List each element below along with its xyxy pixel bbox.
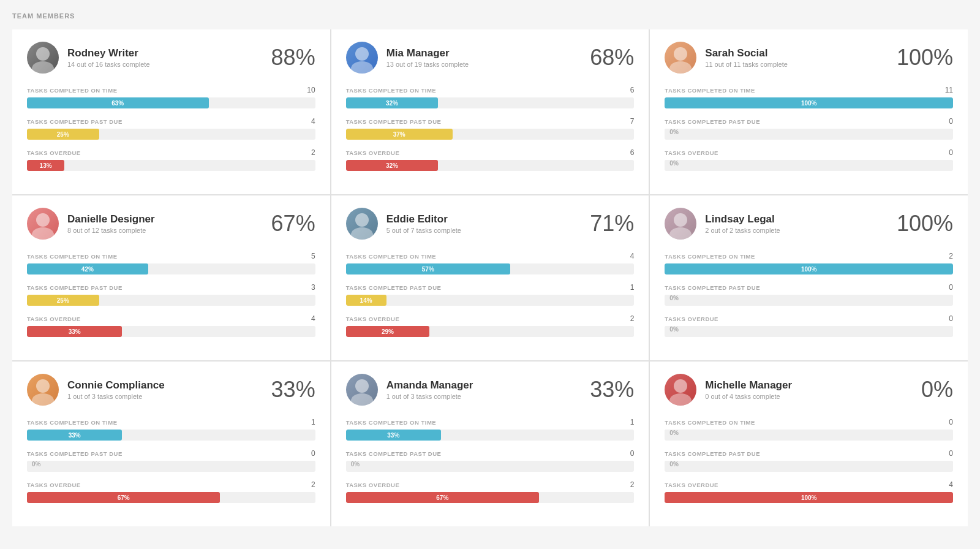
avatar bbox=[346, 208, 378, 240]
member-card-lindsay: Lindsay Legal 2 out of 2 tasks complete … bbox=[650, 195, 968, 360]
on-time-value: 6 bbox=[630, 86, 635, 94]
overdue-label: TASKS OVERDUE bbox=[346, 316, 400, 322]
stat-overdue: TASKS OVERDUE 0 0% bbox=[665, 148, 953, 171]
member-name: Eddie Editor bbox=[386, 213, 584, 225]
card-header: Mia Manager 13 out of 19 tasks complete … bbox=[346, 42, 635, 74]
card-header: Sarah Social 11 out of 11 tasks complete… bbox=[665, 42, 953, 74]
past-due-label: TASKS COMPLETED PAST DUE bbox=[346, 118, 442, 125]
member-tasks-summary: 0 out of 4 tasks complete bbox=[705, 393, 915, 400]
member-card-amanda: Amanda Manager 1 out of 3 tasks complete… bbox=[331, 362, 649, 526]
overdue-value: 2 bbox=[630, 314, 635, 323]
member-tasks-summary: 2 out of 2 tasks complete bbox=[705, 227, 891, 234]
card-header: Rodney Writer 14 out of 16 tasks complet… bbox=[27, 42, 315, 74]
completion-percentage: 33% bbox=[265, 377, 315, 403]
svg-point-14 bbox=[355, 379, 369, 393]
past-due-label: TASKS COMPLETED PAST DUE bbox=[665, 284, 760, 291]
svg-point-13 bbox=[32, 393, 54, 406]
on-time-value: 1 bbox=[630, 418, 635, 426]
svg-point-7 bbox=[32, 227, 54, 240]
overdue-value: 4 bbox=[311, 314, 315, 323]
member-name: Danielle Designer bbox=[67, 213, 265, 225]
on-time-value: 0 bbox=[949, 418, 953, 426]
overdue-label: TASKS OVERDUE bbox=[27, 482, 81, 488]
member-info: Danielle Designer 8 out of 12 tasks comp… bbox=[67, 213, 265, 234]
stat-overdue: TASKS OVERDUE 2 67% bbox=[27, 480, 315, 503]
overdue-value: 0 bbox=[949, 314, 953, 323]
stat-overdue: TASKS OVERDUE 2 13% bbox=[27, 148, 315, 171]
stat-on-time: TASKS COMPLETED ON TIME 6 32% bbox=[346, 86, 635, 108]
completion-percentage: 67% bbox=[265, 211, 315, 237]
stat-on-time: TASKS COMPLETED ON TIME 0 0% bbox=[665, 418, 953, 441]
stat-past-due: TASKS COMPLETED PAST DUE 0 0% bbox=[665, 283, 953, 306]
stat-overdue: TASKS OVERDUE 2 29% bbox=[346, 314, 635, 337]
past-due-value: 0 bbox=[949, 117, 953, 126]
completion-percentage: 88% bbox=[265, 45, 315, 70]
avatar bbox=[665, 374, 696, 406]
past-due-label: TASKS COMPLETED PAST DUE bbox=[346, 284, 442, 291]
stat-on-time: TASKS COMPLETED ON TIME 1 33% bbox=[27, 418, 315, 441]
card-header: Connie Compliance 1 out of 3 tasks compl… bbox=[27, 374, 315, 406]
svg-point-4 bbox=[674, 47, 687, 61]
on-time-label: TASKS COMPLETED ON TIME bbox=[346, 253, 437, 260]
svg-point-11 bbox=[669, 227, 692, 240]
overdue-label: TASKS OVERDUE bbox=[665, 482, 718, 488]
svg-point-10 bbox=[674, 213, 687, 227]
svg-point-0 bbox=[36, 47, 50, 61]
member-info: Connie Compliance 1 out of 3 tasks compl… bbox=[67, 379, 265, 400]
on-time-label: TASKS COMPLETED ON TIME bbox=[665, 419, 755, 426]
on-time-value: 10 bbox=[307, 86, 315, 94]
overdue-label: TASKS OVERDUE bbox=[27, 150, 81, 156]
card-header: Danielle Designer 8 out of 12 tasks comp… bbox=[27, 208, 315, 240]
on-time-value: 11 bbox=[945, 86, 953, 94]
svg-point-8 bbox=[355, 213, 369, 227]
past-due-label: TASKS COMPLETED PAST DUE bbox=[27, 450, 123, 457]
overdue-label: TASKS OVERDUE bbox=[665, 316, 718, 322]
stat-on-time: TASKS COMPLETED ON TIME 5 42% bbox=[27, 252, 315, 274]
card-header: Michelle Manager 0 out of 4 tasks comple… bbox=[665, 374, 953, 406]
svg-point-3 bbox=[351, 61, 373, 74]
member-tasks-summary: 14 out of 16 tasks complete bbox=[67, 61, 265, 68]
stat-overdue: TASKS OVERDUE 4 33% bbox=[27, 314, 315, 337]
stat-on-time: TASKS COMPLETED ON TIME 10 63% bbox=[27, 86, 315, 108]
member-name: Michelle Manager bbox=[705, 379, 915, 392]
member-tasks-summary: 1 out of 3 tasks complete bbox=[67, 393, 265, 400]
past-due-label: TASKS COMPLETED PAST DUE bbox=[665, 118, 760, 125]
overdue-value: 2 bbox=[311, 480, 315, 489]
member-card-eddie: Eddie Editor 5 out of 7 tasks complete 7… bbox=[331, 195, 649, 360]
on-time-label: TASKS COMPLETED ON TIME bbox=[27, 419, 118, 426]
member-card-rodney: Rodney Writer 14 out of 16 tasks complet… bbox=[12, 29, 330, 194]
avatar bbox=[27, 208, 59, 240]
stat-past-due: TASKS COMPLETED PAST DUE 3 25% bbox=[27, 283, 315, 306]
member-tasks-summary: 8 out of 12 tasks complete bbox=[67, 227, 265, 234]
stat-on-time: TASKS COMPLETED ON TIME 11 100% bbox=[665, 86, 953, 108]
stat-past-due: TASKS COMPLETED PAST DUE 0 0% bbox=[346, 449, 635, 472]
on-time-value: 5 bbox=[311, 252, 315, 260]
stat-past-due: TASKS COMPLETED PAST DUE 0 0% bbox=[27, 449, 315, 472]
member-name: Connie Compliance bbox=[67, 379, 265, 392]
card-header: Amanda Manager 1 out of 3 tasks complete… bbox=[346, 374, 635, 406]
stat-overdue: TASKS OVERDUE 4 100% bbox=[665, 480, 953, 503]
member-info: Michelle Manager 0 out of 4 tasks comple… bbox=[705, 379, 915, 400]
member-tasks-summary: 5 out of 7 tasks complete bbox=[386, 227, 584, 234]
on-time-value: 2 bbox=[949, 252, 953, 260]
member-name: Rodney Writer bbox=[67, 47, 265, 59]
past-due-label: TASKS COMPLETED PAST DUE bbox=[346, 450, 442, 457]
past-due-value: 1 bbox=[630, 283, 635, 292]
member-info: Rodney Writer 14 out of 16 tasks complet… bbox=[67, 47, 265, 68]
member-card-sarah: Sarah Social 11 out of 11 tasks complete… bbox=[650, 29, 968, 194]
member-card-michelle: Michelle Manager 0 out of 4 tasks comple… bbox=[650, 362, 968, 526]
completion-percentage: 0% bbox=[915, 377, 953, 403]
member-card-mia: Mia Manager 13 out of 19 tasks complete … bbox=[331, 29, 649, 194]
member-name: Mia Manager bbox=[386, 47, 584, 59]
past-due-value: 0 bbox=[311, 449, 315, 458]
stat-overdue: TASKS OVERDUE 2 67% bbox=[346, 480, 635, 503]
avatar bbox=[346, 374, 378, 406]
avatar bbox=[346, 42, 378, 74]
member-name: Lindsay Legal bbox=[705, 213, 891, 225]
past-due-value: 0 bbox=[630, 449, 635, 458]
svg-point-9 bbox=[351, 227, 373, 240]
stat-past-due: TASKS COMPLETED PAST DUE 0 0% bbox=[665, 117, 953, 140]
svg-point-2 bbox=[355, 47, 369, 61]
svg-point-1 bbox=[32, 61, 54, 74]
past-due-value: 0 bbox=[949, 449, 953, 458]
